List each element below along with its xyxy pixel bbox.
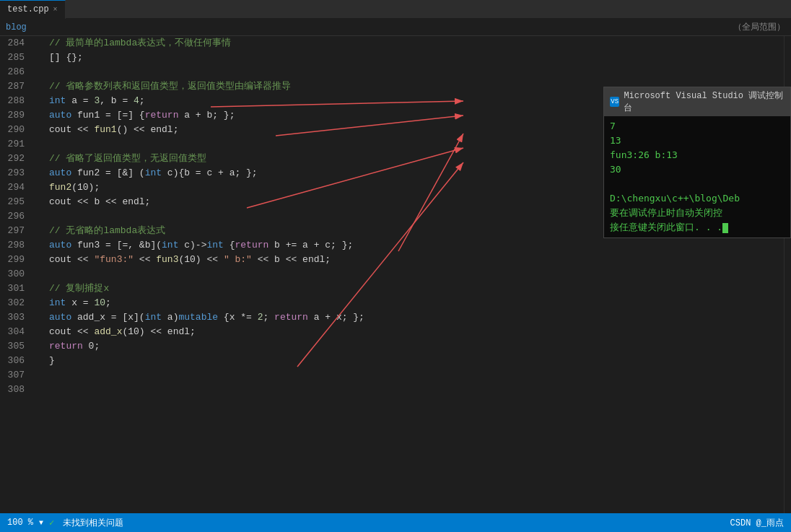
debug-panel-title: VS Microsoft Visual Studio 调试控制台 (604, 87, 790, 116)
debug-line: 7 (610, 119, 785, 134)
breadcrumb-scope: （全局范围） (733, 21, 785, 33)
code-line[interactable]: auto add_x = [x](int a)mutable {x *= 2; … (49, 310, 784, 325)
line-numbers: 2842852862872882892902912922932942952962… (0, 36, 38, 513)
line-number: 308 (0, 383, 32, 397)
check-icon: ✓ (49, 518, 54, 528)
debug-line: D:\chengxu\c++\blog\Deb (610, 191, 785, 206)
line-number: 289 (0, 108, 32, 123)
tab-test-cpp[interactable]: test.cpp × (0, 0, 66, 19)
line-number: 295 (0, 195, 32, 209)
code-line[interactable] (49, 368, 784, 383)
code-line[interactable] (49, 267, 784, 282)
line-number: 288 (0, 94, 32, 108)
editor-window: test.cpp × blog （全局范围） 28428528628728828… (0, 0, 791, 513)
debug-line: 接任意键关闭此窗口. . . (610, 220, 785, 235)
debug-icon: VS (610, 97, 619, 107)
breadcrumb-bar: blog （全局范围） (0, 19, 791, 36)
code-line[interactable]: int x = 10; (49, 296, 784, 310)
code-line[interactable]: cout << "fun3:" << fun3(10) << " b:" << … (49, 253, 784, 267)
status-right: CSDN @_雨点 (730, 517, 784, 529)
code-line[interactable]: auto fun3 = [=, &b](int c)->int {return … (49, 238, 784, 253)
zoom-level: 100 % (7, 518, 33, 528)
status-bar: 100 % ▼ ✓ 未找到相关问题 CSDN @_雨点 (0, 513, 791, 532)
line-number: 291 (0, 137, 32, 152)
debug-panel-label: Microsoft Visual Studio 调试控制台 (624, 90, 785, 114)
code-line[interactable]: return 0; (49, 339, 784, 354)
line-number: 287 (0, 79, 32, 94)
line-number: 296 (0, 209, 32, 224)
tab-bar: test.cpp × (0, 0, 791, 19)
line-number: 305 (0, 339, 32, 354)
code-line[interactable]: cout << add_x(10) << endl; (49, 325, 784, 339)
debug-line: fun3:26 b:13 (610, 148, 785, 162)
line-number: 286 (0, 65, 32, 79)
csdn-label: CSDN @_雨点 (730, 518, 784, 528)
debug-line: 13 (610, 134, 785, 148)
line-number: 304 (0, 325, 32, 339)
code-line[interactable]: // 复制捕捉x (49, 282, 784, 296)
code-line[interactable]: } (49, 354, 784, 368)
line-number: 292 (0, 152, 32, 166)
debug-content: 713fun3:26 b:1330 D:\chengxu\c++\blog\De… (604, 116, 790, 237)
debug-line (610, 177, 785, 191)
line-number: 299 (0, 253, 32, 267)
debug-line: 30 (610, 162, 785, 177)
line-number: 294 (0, 180, 32, 195)
line-number: 297 (0, 224, 32, 238)
status-issues[interactable]: 未找到相关问题 (63, 517, 123, 529)
line-number: 298 (0, 238, 32, 253)
breadcrumb-item[interactable]: blog (6, 22, 27, 32)
tab-filename: test.cpp (7, 4, 49, 14)
line-number: 302 (0, 296, 32, 310)
code-line[interactable] (49, 65, 784, 79)
code-line[interactable] (49, 383, 784, 397)
line-number: 285 (0, 51, 32, 65)
line-number: 300 (0, 267, 32, 282)
tab-close-icon[interactable]: × (53, 6, 58, 14)
line-number: 301 (0, 282, 32, 296)
line-number: 293 (0, 166, 32, 180)
status-left: 100 % ▼ ✓ 未找到相关问题 (7, 517, 123, 529)
code-line[interactable]: // 最简单的lambda表达式，不做任何事情 (49, 36, 784, 51)
line-number: 303 (0, 310, 32, 325)
line-number: 290 (0, 123, 32, 137)
debug-panel: VS Microsoft Visual Studio 调试控制台 713fun3… (603, 87, 791, 238)
zoom-dropdown-icon[interactable]: ▼ (39, 519, 43, 527)
debug-line: 要在调试停止时自动关闭控 (610, 206, 785, 220)
line-number: 306 (0, 354, 32, 368)
line-number: 284 (0, 36, 32, 51)
code-line[interactable]: [] {}; (49, 51, 784, 65)
line-number: 307 (0, 368, 32, 383)
